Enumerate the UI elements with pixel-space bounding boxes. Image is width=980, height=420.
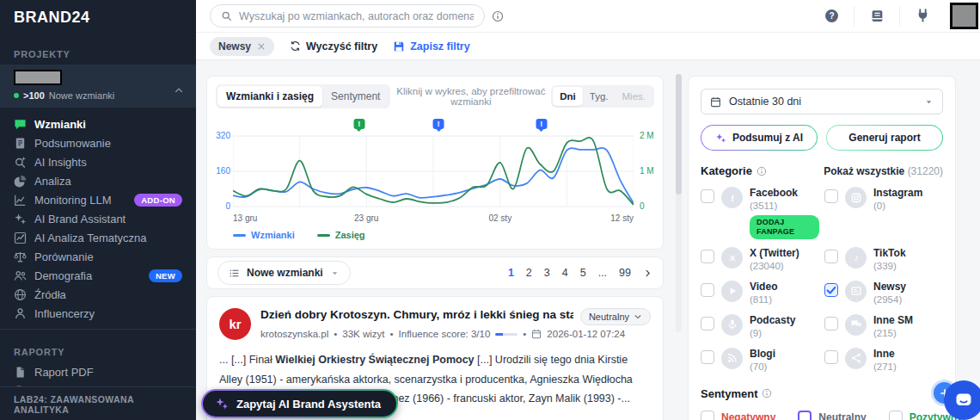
news-button[interactable] (854, 0, 899, 32)
sentiment-checkbox[interactable] (798, 411, 812, 420)
sort-dropdown[interactable]: Nowe wzmianki (217, 261, 351, 285)
tab-mentions-reach[interactable]: Wzmianki i zasięg (217, 86, 322, 107)
pagination-page-99[interactable]: 99 (619, 267, 631, 279)
chart-annotation-marker[interactable]: ! (433, 119, 444, 129)
category-label: X (Twitter) (750, 247, 799, 259)
categories-title: Kategorie (701, 164, 767, 177)
summarize-ai-button[interactable]: Podsumuj z AI (701, 125, 818, 151)
category-checkbox[interactable] (701, 250, 714, 263)
clear-filters-button[interactable]: Wyczyść filtry (290, 40, 377, 52)
category-checkbox[interactable] (824, 350, 838, 364)
sidebar-item-podsumowanie[interactable]: Podsumowanie (0, 133, 196, 152)
sentiment-filter-neutralny[interactable]: Neutralny (798, 411, 866, 420)
doc-icon (14, 137, 27, 150)
sidebar-nav: WzmiankiPodsumowanieAI InsightsAnalizaMo… (0, 108, 196, 323)
category-checkbox[interactable] (824, 283, 838, 297)
sidebar-item-ai-brand-assistant[interactable]: AI Brand Assistant (0, 209, 196, 228)
search-input[interactable] (239, 10, 474, 22)
sidebar-item-ai-analiza-tematyczna[interactable]: AI Analiza Tematyczna (0, 228, 196, 247)
sidebar-item-por-wnanie[interactable]: Porównanie (0, 247, 196, 266)
category-checkbox[interactable] (824, 189, 838, 203)
legend-item-wzmianki[interactable]: Wzmianki (233, 230, 295, 240)
legend-item-zasięg[interactable]: Zasięg (317, 230, 365, 240)
range-tyg[interactable]: Tyg. (583, 87, 616, 106)
mention-title[interactable]: Dzień dobry Krotoszyn. Chmury, mróz i le… (260, 308, 573, 321)
range-mies[interactable]: Mies. (616, 87, 652, 106)
pagination-page-4[interactable]: 4 (562, 267, 568, 279)
sidebar-item-raport-pdf[interactable]: Raport PDF (0, 362, 196, 381)
tab-sentiment[interactable]: Sentyment (322, 86, 389, 107)
pagination-page-3[interactable]: 3 (544, 267, 550, 279)
user-avatar[interactable] (950, 3, 978, 29)
categories-grid: fFacebook (3511)DODAJ FANPAGEInstagram(0… (701, 187, 943, 374)
y-axis-left-tick: 160 (208, 166, 230, 176)
scrollbar[interactable] (676, 74, 682, 332)
sidebar-item-influencerzy[interactable]: Influencerzy (0, 304, 196, 323)
sentiment-checkbox[interactable] (701, 411, 714, 420)
mention-source[interactable]: krotoszynska.pl (260, 329, 328, 339)
sentiment-badge-dropdown[interactable]: Neutralny (580, 308, 651, 325)
pagination-page-1[interactable]: 1 (508, 267, 514, 279)
categories-header: Kategorie Pokaż wszystkie (31220) (701, 164, 943, 177)
mentions-reach-chart[interactable]: 016032001 M2 M!!! (233, 124, 634, 210)
mention-date: 2026-01-12 07:24 (547, 329, 625, 339)
info-icon[interactable] (762, 388, 772, 398)
project-new-mentions: >100 Nowe wzmianki (14, 90, 182, 101)
show-all-link[interactable]: Pokaż wszystkie (31220) (824, 165, 943, 177)
close-icon[interactable] (257, 42, 266, 51)
add-fanpage-badge[interactable]: DODAJ FANPAGE (750, 215, 819, 239)
filter-chip-newsy[interactable]: Newsy (210, 37, 274, 56)
show-all-label: Pokaż wszystkie (824, 165, 904, 177)
info-icon[interactable] (756, 166, 767, 176)
sidebar-item-monitoring-llm[interactable]: Monitoring LLMADD-ON (0, 190, 196, 209)
category-checkbox[interactable] (701, 317, 714, 330)
category-checkbox[interactable] (824, 250, 838, 263)
integrations-button[interactable] (900, 0, 945, 32)
podcast-icon (721, 314, 743, 336)
lab24-footer[interactable]: LAB24: ZAAWANSOWANA ANALITYKA (0, 386, 196, 420)
sidebar-item--r-d-a[interactable]: Źródła (0, 285, 196, 304)
category-checkbox[interactable] (701, 283, 714, 297)
categories-title-text: Kategorie (701, 164, 752, 177)
y-axis-right-tick: 2 M (640, 131, 662, 140)
show-all-count: (31220) (908, 165, 943, 177)
sentiment-label: Negatywny (721, 411, 775, 420)
save-filters-button[interactable]: Zapisz filtry (393, 40, 469, 52)
sidebar-item-demografia[interactable]: DemografiaNEW (0, 266, 196, 285)
mention-source-avatar: kr (219, 308, 251, 340)
pagination-next-icon[interactable] (643, 269, 652, 278)
chart-annotation-marker[interactable]: ! (536, 119, 547, 129)
category-checkbox[interactable] (701, 350, 714, 364)
scales-icon (14, 250, 27, 263)
sidebar-item-wzmianki[interactable]: Wzmianki (0, 114, 196, 133)
mentions-list-header: Nowe wzmianki 12345...99 (206, 256, 664, 289)
range-dni[interactable]: Dni (553, 87, 583, 106)
sentiment-checkbox[interactable] (889, 411, 903, 420)
project-selector[interactable]: >100 Nowe wzmianki (0, 65, 196, 108)
category-checkbox[interactable] (701, 189, 714, 203)
pagination-page-2[interactable]: 2 (526, 267, 532, 279)
sidebar-item-analiza[interactable]: Analiza (0, 171, 196, 190)
video-icon (721, 281, 743, 302)
sidebar-item-ai-insights[interactable]: AI Insights (0, 152, 196, 171)
ask-ai-assistant-button[interactable]: Zapytaj AI Brand Asystenta (201, 389, 398, 418)
ig-glyph (850, 192, 862, 204)
book-icon (870, 9, 885, 23)
brand24-app: BRAND24 PROJEKTY >100 Nowe wzmianki Wzmi… (0, 0, 980, 420)
search-info-icon[interactable] (492, 10, 504, 22)
help-button[interactable]: ? (809, 0, 854, 32)
date-range-dropdown[interactable]: Ostatnie 30 dni (701, 89, 943, 114)
chat-widget-button[interactable] (944, 380, 980, 420)
search-icon (221, 10, 232, 22)
generate-report-label: Generuj raport (848, 132, 920, 144)
chart-annotation-marker[interactable]: ! (353, 119, 364, 129)
nav-item-label: AI Analiza Tematyczna (34, 232, 147, 244)
pagination-page-5[interactable]: 5 (580, 267, 586, 279)
sentiment-filter-negatywny[interactable]: Negatywny (701, 411, 775, 420)
category-text: X (Twitter)(23040) (750, 247, 799, 273)
generate-report-button[interactable]: Generuj raport (826, 125, 943, 151)
category-checkbox[interactable] (824, 317, 838, 330)
global-search[interactable] (210, 4, 485, 28)
sentiment-title: Sentyment (701, 387, 772, 400)
chevron-up-icon[interactable] (174, 85, 184, 96)
